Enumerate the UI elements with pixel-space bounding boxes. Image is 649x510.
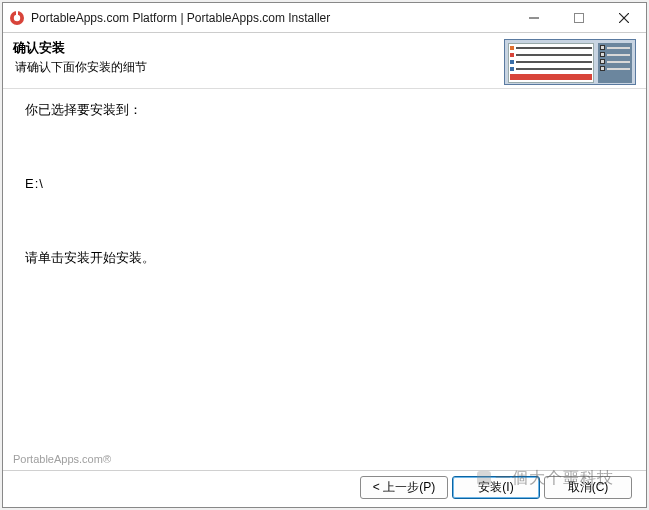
wizard-header: 确认安装 请确认下面你安装的细节 <box>3 33 646 89</box>
footer-brand: PortableApps.com® <box>13 453 111 465</box>
svg-rect-2 <box>16 10 18 15</box>
header-banner <box>504 39 636 85</box>
page-subtitle: 请确认下面你安装的细节 <box>15 59 504 76</box>
chosen-label: 你已选择要安装到： <box>25 101 624 119</box>
wizard-buttons: < 上一步(P) 安装(I) 取消(C) <box>360 476 632 499</box>
window-title: PortableApps.com Platform | PortableApps… <box>31 11 511 25</box>
footer-separator <box>3 470 646 471</box>
cancel-button[interactable]: 取消(C) <box>544 476 632 499</box>
wizard-content: 你已选择要安装到： E:\ 请单击安装开始安装。 <box>3 89 646 507</box>
back-button[interactable]: < 上一步(P) <box>360 476 448 499</box>
app-icon <box>9 10 25 26</box>
svg-rect-4 <box>574 13 583 22</box>
click-install-label: 请单击安装开始安装。 <box>25 249 624 267</box>
page-title: 确认安装 <box>13 39 504 57</box>
close-button[interactable] <box>601 3 646 32</box>
titlebar: PortableApps.com Platform | PortableApps… <box>3 3 646 33</box>
maximize-button[interactable] <box>556 3 601 32</box>
install-path: E:\ <box>25 175 624 193</box>
install-button[interactable]: 安装(I) <box>452 476 540 499</box>
svg-point-1 <box>14 14 20 20</box>
installer-window: PortableApps.com Platform | PortableApps… <box>2 2 647 508</box>
minimize-button[interactable] <box>511 3 556 32</box>
window-controls <box>511 3 646 32</box>
